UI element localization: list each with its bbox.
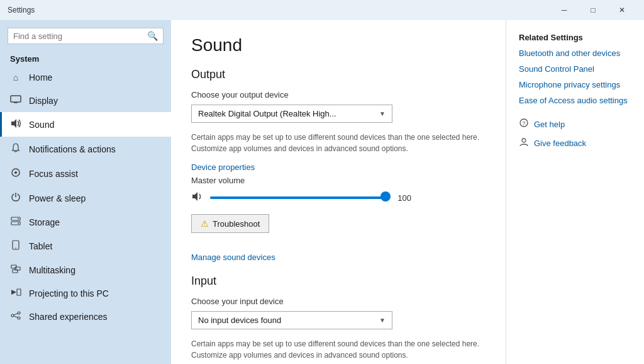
output-section-title: Output bbox=[191, 68, 486, 81]
warning-icon: ⚠ bbox=[201, 219, 209, 229]
sound-icon bbox=[10, 118, 21, 130]
sidebar-item-multitasking[interactable]: Multitasking bbox=[0, 258, 171, 282]
device-properties-link[interactable]: Device properties bbox=[191, 162, 255, 172]
svg-marker-22 bbox=[192, 192, 197, 201]
sidebar-item-tablet[interactable]: Tablet bbox=[0, 234, 171, 258]
svg-point-9 bbox=[18, 223, 19, 224]
sidebar-item-projecting[interactable]: Projecting to this PC bbox=[0, 282, 171, 305]
volume-value: 100 bbox=[392, 193, 411, 203]
feedback-label: Give feedback bbox=[534, 139, 586, 148]
display-icon bbox=[10, 95, 21, 106]
app-body: 🔍 System ⌂ Home Display Sound Notificati… bbox=[0, 20, 644, 364]
related-link-bluetooth[interactable]: Bluetooth and other devices bbox=[519, 48, 631, 58]
svg-point-8 bbox=[18, 219, 19, 220]
output-description: Certain apps may be set up to use differ… bbox=[191, 132, 486, 154]
svg-marker-3 bbox=[11, 119, 16, 128]
related-link-mic-privacy[interactable]: Microphone privacy settings bbox=[519, 80, 631, 89]
sidebar-item-label-display: Display bbox=[29, 96, 58, 106]
get-help-label: Get help bbox=[534, 120, 565, 129]
home-icon: ⌂ bbox=[10, 72, 21, 82]
input-device-label: Choose your input device bbox=[191, 297, 486, 306]
power-icon bbox=[10, 192, 21, 204]
svg-line-20 bbox=[14, 314, 18, 315]
search-input[interactable] bbox=[13, 31, 143, 41]
volume-label: Master volume bbox=[191, 176, 486, 185]
volume-slider-thumb[interactable] bbox=[380, 191, 391, 202]
close-button[interactable]: ✕ bbox=[608, 0, 636, 20]
volume-section: Master volume 100 bbox=[191, 176, 486, 204]
search-icon: 🔍 bbox=[147, 31, 158, 41]
notifications-icon bbox=[10, 143, 21, 155]
sidebar-item-display[interactable]: Display bbox=[0, 89, 171, 112]
get-help-item[interactable]: ? Get help bbox=[519, 118, 631, 130]
input-section-title: Input bbox=[191, 275, 486, 288]
svg-marker-15 bbox=[11, 290, 16, 295]
svg-point-19 bbox=[18, 317, 20, 319]
volume-row: 100 bbox=[191, 191, 486, 204]
input-device-value: No input devices found bbox=[198, 316, 281, 325]
sidebar-item-label-focus: Focus assist bbox=[29, 169, 78, 179]
volume-speaker-icon bbox=[191, 191, 204, 204]
input-device-dropdown[interactable]: No input devices found ▼ bbox=[191, 311, 392, 329]
sidebar-item-label-home: Home bbox=[29, 72, 52, 82]
sidebar-item-label-sound: Sound bbox=[29, 120, 54, 130]
sidebar-item-label-power: Power & sleep bbox=[29, 193, 86, 203]
input-section: Input Choose your input device No input … bbox=[191, 275, 486, 361]
multitasking-icon bbox=[10, 264, 21, 275]
troubleshoot-label: Troubleshoot bbox=[213, 219, 260, 229]
help-section: ? Get help Give feedback bbox=[519, 118, 631, 149]
svg-point-18 bbox=[11, 314, 14, 317]
sidebar-item-notifications[interactable]: Notifications & actions bbox=[0, 137, 171, 161]
svg-line-21 bbox=[14, 316, 18, 317]
search-box[interactable]: 🔍 bbox=[8, 28, 164, 44]
sidebar-item-home[interactable]: ⌂ Home bbox=[0, 66, 171, 89]
tablet-icon bbox=[10, 240, 21, 252]
shared-icon bbox=[10, 311, 21, 322]
sidebar-item-sound[interactable]: Sound bbox=[0, 112, 171, 137]
focus-icon bbox=[10, 168, 21, 179]
app-title: Settings bbox=[8, 6, 550, 14]
sidebar-item-shared[interactable]: Shared experiences bbox=[0, 305, 171, 328]
svg-point-17 bbox=[18, 312, 20, 314]
output-device-dropdown[interactable]: Realtek Digital Output (Realtek High... … bbox=[191, 105, 392, 123]
input-dropdown-arrow-icon: ▼ bbox=[379, 317, 386, 324]
related-link-sound-control[interactable]: Sound Control Panel bbox=[519, 64, 631, 74]
sidebar-section-label: System bbox=[0, 49, 171, 66]
svg-point-5 bbox=[14, 171, 17, 174]
feedback-icon bbox=[519, 137, 529, 149]
related-link-ease-access[interactable]: Ease of Access audio settings bbox=[519, 96, 631, 105]
svg-point-25 bbox=[522, 139, 526, 142]
titlebar: Settings ─ □ ✕ bbox=[0, 0, 644, 20]
projecting-icon bbox=[10, 288, 21, 299]
storage-icon bbox=[10, 217, 21, 227]
troubleshoot-button[interactable]: ⚠ Troubleshoot bbox=[191, 214, 269, 233]
sidebar-item-label-notifications: Notifications & actions bbox=[29, 144, 116, 154]
right-panel: Related Settings Bluetooth and other dev… bbox=[506, 20, 644, 364]
svg-rect-0 bbox=[11, 96, 21, 102]
sidebar-item-label-shared: Shared experiences bbox=[29, 312, 108, 322]
volume-slider-track[interactable] bbox=[210, 196, 386, 199]
main-content: Sound Output Choose your output device R… bbox=[171, 20, 506, 364]
sidebar-item-power[interactable]: Power & sleep bbox=[0, 186, 171, 210]
volume-slider-fill bbox=[210, 196, 386, 199]
svg-point-11 bbox=[15, 247, 16, 249]
related-settings-title: Related Settings bbox=[519, 33, 631, 42]
sidebar-item-label-tablet: Tablet bbox=[29, 241, 52, 251]
page-title: Sound bbox=[191, 35, 486, 55]
sidebar-item-label-multitasking: Multitasking bbox=[29, 265, 75, 275]
manage-sound-devices-link[interactable]: Manage sound devices bbox=[191, 253, 275, 262]
input-description: Certain apps may be set up to use differ… bbox=[191, 338, 486, 361]
maximize-button[interactable]: □ bbox=[579, 0, 608, 20]
sidebar-item-label-projecting: Projecting to this PC bbox=[29, 288, 109, 299]
sidebar-item-storage[interactable]: Storage bbox=[0, 210, 171, 234]
minimize-button[interactable]: ─ bbox=[550, 0, 579, 20]
svg-rect-16 bbox=[17, 289, 21, 295]
sidebar-item-label-storage: Storage bbox=[29, 217, 60, 227]
give-feedback-item[interactable]: Give feedback bbox=[519, 137, 631, 149]
sidebar-item-focus[interactable]: Focus assist bbox=[0, 161, 171, 186]
output-device-label: Choose your output device bbox=[191, 90, 486, 100]
output-dropdown-arrow-icon: ▼ bbox=[379, 110, 386, 117]
svg-text:?: ? bbox=[523, 120, 526, 127]
window-controls: ─ □ ✕ bbox=[550, 0, 636, 20]
get-help-icon: ? bbox=[519, 118, 529, 130]
